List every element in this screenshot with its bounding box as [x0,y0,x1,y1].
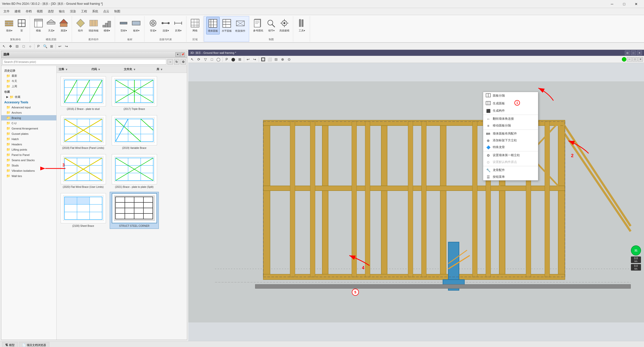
toolbar-filter[interactable]: ⊟ [14,43,20,49]
menu-select[interactable]: 选型 [45,8,56,15]
code-filter-icon[interactable]: ▼ [98,68,101,71]
menu-cloud[interactable]: 点云 [101,8,112,15]
item-2020[interactable]: (2020) Flat Wind Brace (User Limits) [59,153,108,190]
tree-item-today[interactable]: 📁 今天 [1,78,56,84]
tree-item-seams[interactable]: 📁 Seams and Stacks [1,157,56,163]
vt-btn8[interactable]: ⊞ [237,56,243,62]
minimize-button[interactable]: ─ [606,0,618,8]
item-2018[interactable]: (2018) Flat Wind Brace (Panel Limits) [59,114,108,151]
tree-item-vibration[interactable]: 📁 Vibration isolations [1,168,56,173]
dropdown-item-set-origin[interactable]: ⊙ 设置默认构件原点 [483,159,538,165]
dropdown-item-flip[interactable]: ↔ 翻转墙体角连接 [483,115,538,122]
dropdown-item-move-div[interactable]: ≡ 移动面板分隔 [483,122,538,129]
search-input[interactable] [2,59,166,65]
menu-archive[interactable]: 存档 [23,8,34,15]
menu-build[interactable]: 建模 [12,8,23,15]
vt-btn11[interactable]: 🔲 [260,56,266,62]
dropdown-item-add-stud[interactable]: ⊕ 添加标架下方立柱 [483,137,538,144]
ribbon-btn-stairs[interactable]: 楼梯▾ [101,17,113,34]
vt-btn2[interactable]: ⟳ [196,56,202,62]
vt-btn10[interactable]: ↪ [252,56,258,62]
vt-btn13[interactable]: ⊟ [273,56,279,62]
vt-btn5[interactable]: ◯ [215,56,221,62]
ribbon-btn-wallpanel[interactable]: 墙嵌饰板 [87,17,100,34]
item-struct[interactable]: STRUCT STEEL CORNER [110,192,159,229]
ribbon-btn-board[interactable]: 板材▾ [130,17,142,34]
ribbon-btn-pipe[interactable]: 管道▾ [147,17,159,34]
vt-btn14[interactable]: ⊕ [280,56,286,62]
dropdown-item-rib-acc[interactable]: 🔧 龙骨配件 [483,167,538,173]
menu-system[interactable]: 系统 [90,8,101,15]
vt-maxrestore[interactable]: □ [632,57,637,62]
vt-btn7[interactable]: ⬤ [230,56,236,62]
ribbon-btn-wallframe[interactable]: 墙体面板 [206,17,220,34]
dialog-pin-btn[interactable]: 📌 [180,52,185,57]
vt-btn1[interactable]: ↖ [189,56,195,62]
ribbon-btn-room[interactable]: 室 [16,17,28,34]
vt-btn9[interactable]: ↩ [245,56,251,62]
toolbar-move[interactable]: ✥ [8,43,14,49]
ribbon-btn-tools[interactable]: 工具▾ [296,17,308,34]
tree-item-anchors[interactable]: 📁 Anchors [1,110,56,115]
maximize-button[interactable]: □ [618,0,630,8]
ribbon-btn-hpanel[interactable]: 水平面板 [220,17,233,34]
dropdown-item-special-rib[interactable]: 🔷 特殊龙骨 [483,144,538,151]
tree-item-headers[interactable]: 📁 Headers [1,142,56,147]
ribbon-btn-component[interactable]: 组件 [74,17,87,34]
menu-draft[interactable]: 制图 [112,8,123,15]
menu-view[interactable]: 视图 [34,8,45,15]
viewport-btn1[interactable]: ⊟ [625,51,630,55]
item-2017[interactable]: (2017) Triple Brace [110,75,159,112]
ribbon-btn-template[interactable]: 模板 [32,17,45,34]
ribbon-btn-grid[interactable]: 网格 [189,17,201,34]
dialog-controls[interactable]: ✕ 📌 [175,52,185,57]
dropdown-item-gen-component[interactable]: ⬛ 生成构件 [483,107,538,114]
ribbon-btn-ceiling[interactable]: 天花▾ [45,17,57,34]
tree-item-cu[interactable]: 📁 C-U [1,120,56,126]
dropdown-item-gen-panel[interactable]: 生成面板 1 [483,99,538,107]
tree-item-advanced[interactable]: 📁 Advanced input [1,105,56,110]
vt-btn4[interactable]: □ [209,56,215,62]
toolbar-box[interactable]: □ [21,43,27,49]
tree-item-gusset[interactable]: 📁 Gusset plates [1,131,56,136]
tree-item-fav[interactable]: ▶ 📁 收藏 [1,94,56,100]
vt-btn12[interactable]: ⬜ [267,56,273,62]
menu-file[interactable]: 文件 [1,8,12,15]
window-controls[interactable]: ─ □ ✕ [606,0,642,8]
ribbon-btn-roof[interactable]: 屋面▾ [58,17,70,34]
vt-btn15[interactable]: ⊙ [286,56,292,62]
toolbar-p1[interactable]: P [35,43,42,49]
vt-btn6[interactable]: P [224,56,230,62]
vt-close[interactable]: ✕ [638,57,643,62]
library-filter-icon[interactable]: ▼ [160,68,163,71]
tree-item-p2p[interactable]: 📁 Panel to Panel [1,152,56,157]
dropdown-item-btn-menu[interactable]: ☰ 按钮菜单 [483,173,538,180]
menu-render[interactable]: 渲染 [67,8,79,15]
ribbon-btn-advanced[interactable]: 高级建模 [278,17,291,34]
vt-minimize[interactable]: ─ [627,57,632,62]
toolbar-zoom[interactable]: 🔍 [42,43,48,49]
dropdown-item-panel-split[interactable]: 面板分隔 [483,92,538,99]
ribbon-btn-profile[interactable]: 型材▾ [118,17,130,34]
vt-btn3[interactable]: ▽ [202,56,208,62]
viewport-btn2[interactable]: □ [631,51,636,55]
tree-item-wallties[interactable]: 📁 Wall ties [1,173,56,179]
toolbar-zoomfit[interactable]: ⊞ [49,43,55,49]
tree-item-lifting[interactable]: 📁 Lifting points [1,147,56,152]
viewport-controls[interactable]: ⊟ □ ✕ [625,51,642,55]
ribbon-btn-refplan[interactable]: 参考图纸 [252,17,265,34]
menu-project[interactable]: 工程 [79,8,90,15]
search-settings-btn[interactable]: ⚙ [180,59,186,65]
viewport-close[interactable]: ✕ [637,51,642,55]
tree-item-studs[interactable]: 📁 Studs [1,163,56,168]
search-go-btn[interactable]: → [167,59,173,65]
search-refresh-btn[interactable]: ↻ [174,59,179,65]
item-2021[interactable]: (2021) Brace - plate to plate (Split) [110,153,159,190]
toolbar-select[interactable]: ↖ [1,43,7,49]
close-button[interactable]: ✕ [630,0,642,8]
menu-output[interactable]: 输出 [56,8,67,15]
tree-item-hatch[interactable]: 📁 Hatch [1,136,56,142]
dropdown-item-set-first[interactable]: ⚙ 设置墙体第一根立柱 [483,152,538,159]
toolbar-redo[interactable]: ↪ [63,43,69,49]
tree-item-bracing[interactable]: 📁 Bracing [1,115,56,120]
